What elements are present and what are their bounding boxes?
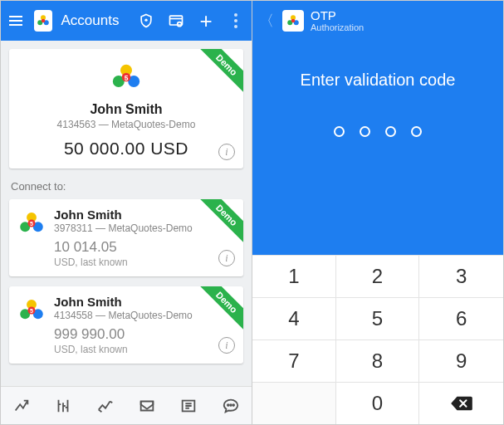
appbar: 〈 OTP Authorization [252,1,503,41]
account-card[interactable]: Demo 5 John Smith 4134558 — MetaQuotes-D… [9,286,243,364]
account-name: John Smith [19,102,233,117]
svg-text:5: 5 [125,74,129,82]
otp-screen: 〈 OTP Authorization Enter validation cod… [252,1,503,424]
svg-text:5: 5 [30,308,33,315]
bottom-nav [1,386,252,424]
otp-dot [360,126,370,137]
key-backspace[interactable] [419,382,503,424]
demo-ribbon: Demo [192,49,243,100]
appbar-title: OTP [311,8,364,22]
account-balance: 50 000.00 USD [19,139,233,159]
key-8[interactable]: 8 [336,340,420,382]
key-3[interactable]: 3 [419,255,503,297]
svg-point-23 [228,404,229,406]
key-1[interactable]: 1 [252,255,336,297]
otp-code-dots [334,126,422,137]
svg-rect-5 [170,16,183,25]
svg-text:5: 5 [30,221,33,227]
nav-news-icon[interactable] [172,397,205,415]
svg-point-4 [145,19,148,22]
otp-dot [385,126,396,137]
nav-trade-icon[interactable] [89,397,122,415]
key-0[interactable]: 0 [336,382,420,424]
svg-point-29 [291,19,296,23]
nav-chart-icon[interactable] [46,397,80,415]
key-2[interactable]: 2 [336,255,420,297]
otp-dot [411,126,422,137]
otp-prompt: Enter validation code [301,71,456,90]
otp-dot [334,126,345,137]
info-icon[interactable]: i [218,144,235,160]
nav-history-icon[interactable] [130,397,164,415]
mt5-logo-icon: 5 [17,209,46,237]
key-9[interactable]: 9 [419,340,503,382]
back-icon[interactable]: 〈 [257,11,276,31]
key-blank [252,382,336,424]
key-4[interactable]: 4 [252,297,336,340]
certificate-icon[interactable] [165,12,187,29]
account-sub: 4134563 — MetaQuotes-Demo [19,119,233,130]
account-name: John Smith [54,295,235,309]
app-logo-icon [282,10,304,32]
account-card[interactable]: Demo 5 John Smith 3978311 — MetaQuotes-D… [9,199,243,276]
account-sub: 3978311 — MetaQuotes-Demo [54,222,235,234]
account-note: USD, last known [54,256,235,268]
nav-quotes-icon[interactable] [5,397,38,415]
otp-prompt-area: Enter validation code [252,41,503,255]
accounts-screen: Accounts + Demo 5 John Smith 4134563 — M… [1,1,252,424]
appbar-title: Accounts [61,12,119,29]
add-account-button[interactable]: + [195,10,217,32]
mt5-logo-icon: 5 [17,296,46,325]
appbar-subtitle: Authorization [311,22,364,33]
overflow-menu-icon[interactable] [225,13,247,28]
current-account-card[interactable]: Demo 5 John Smith 4134563 — MetaQuotes-D… [9,49,243,169]
svg-point-24 [230,404,232,406]
connect-to-label: Connect to: [11,180,243,193]
accounts-body: Demo 5 John Smith 4134563 — MetaQuotes-D… [1,41,252,386]
appbar: Accounts + [1,1,252,41]
key-6[interactable]: 6 [419,297,503,340]
key-5[interactable]: 5 [336,297,420,340]
mt5-logo-icon: 5 [110,61,143,94]
svg-point-25 [232,404,234,406]
account-balance: 10 014.05 [54,239,235,256]
svg-point-3 [42,19,46,23]
account-note: USD, last known [54,344,235,355]
info-icon[interactable]: i [218,250,235,266]
numeric-keypad: 1 2 3 4 5 6 7 8 9 0 [252,255,503,424]
info-icon[interactable]: i [218,337,235,354]
app-logo-icon [34,10,52,32]
key-7[interactable]: 7 [252,340,336,382]
menu-icon[interactable] [6,12,26,29]
shield-otp-icon[interactable] [135,12,157,29]
account-sub: 4134558 — MetaQuotes-Demo [54,310,235,321]
account-name: John Smith [54,208,235,222]
account-balance: 999 990.00 [54,326,235,343]
nav-messages-icon[interactable] [214,397,247,415]
